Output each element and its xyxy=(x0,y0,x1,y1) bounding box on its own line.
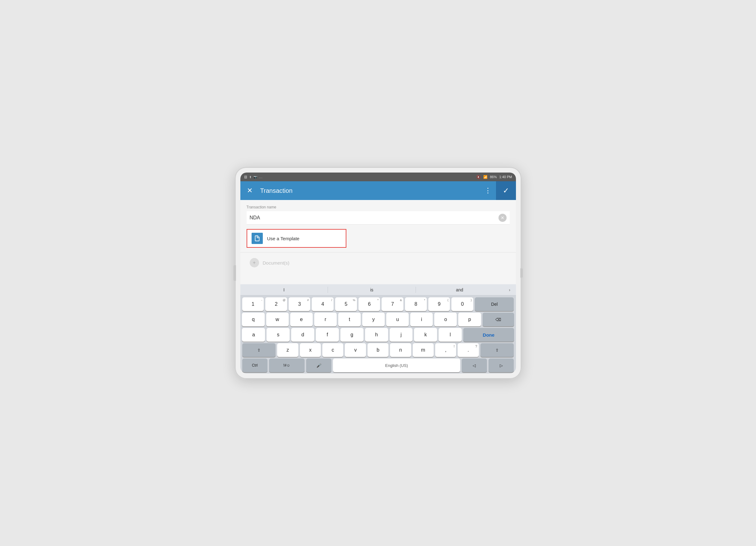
key-z[interactable]: z xyxy=(277,343,298,357)
key-y[interactable]: y xyxy=(362,313,385,326)
suggestion-I[interactable]: I xyxy=(240,288,328,292)
add-document-button[interactable]: + Document(s) xyxy=(247,255,510,270)
bottom-row: Ctrl !#☺ 🎤 English (US) ◁ ▷ xyxy=(242,359,514,372)
check-icon: ✓ xyxy=(503,186,509,195)
number-row: -1 @2 #3 /4 %5 ^6 &7 *8 (9 )0 Del xyxy=(242,297,514,311)
status-bar: 🖼 ⬆ 📷 ... 🔇 📶 86% 1:40 PM xyxy=(240,172,516,181)
shift-right-key[interactable]: ⇧ xyxy=(480,343,514,357)
more-status-icons: ... xyxy=(259,175,263,179)
key-6[interactable]: ^6 xyxy=(359,297,380,311)
key-p[interactable]: p xyxy=(458,313,481,326)
key-5[interactable]: %5 xyxy=(335,297,357,311)
key-x[interactable]: x xyxy=(300,343,321,357)
key-g[interactable]: g xyxy=(340,328,364,342)
key-7-sup: & xyxy=(400,299,402,302)
photo-icon: 🖼 xyxy=(244,175,247,179)
content-area: Transaction name ✕ Use a Template + Docu… xyxy=(240,200,516,284)
transaction-name-input[interactable] xyxy=(250,215,498,220)
key-s[interactable]: s xyxy=(267,328,290,342)
document-label: Document(s) xyxy=(263,260,290,265)
key-3[interactable]: #3 xyxy=(289,297,311,311)
ctrl-key[interactable]: Ctrl xyxy=(242,359,267,372)
key-1-sup: - xyxy=(261,299,262,302)
key-t[interactable]: t xyxy=(338,313,361,326)
done-key[interactable]: Done xyxy=(463,328,514,342)
key-f[interactable]: f xyxy=(316,328,339,342)
tablet-frame: 🖼 ⬆ 📷 ... 🔇 📶 86% 1:40 PM ✕ Transaction … xyxy=(235,167,522,379)
key-5-sup: % xyxy=(353,299,355,302)
key-q[interactable]: q xyxy=(242,313,264,326)
add-document-icon: + xyxy=(250,258,259,267)
symbols-key[interactable]: !#☺ xyxy=(269,359,305,372)
zxcv-row: ⇧ z x c v b n m !, ?. ⇧ xyxy=(242,343,514,357)
confirm-button[interactable]: ✓ xyxy=(496,181,516,200)
key-8-sup: * xyxy=(424,299,425,302)
status-bar-left: 🖼 ⬆ 📷 ... xyxy=(244,175,263,179)
key-e[interactable]: e xyxy=(290,313,313,326)
app-header: ✕ Transaction ⋮ ✓ xyxy=(240,181,516,200)
tablet-screen: 🖼 ⬆ 📷 ... 🔇 📶 86% 1:40 PM ✕ Transaction … xyxy=(240,172,516,374)
key-d[interactable]: d xyxy=(291,328,314,342)
key-comma[interactable]: !, xyxy=(435,343,456,357)
key-k[interactable]: k xyxy=(414,328,437,342)
shift-left-key[interactable]: ⇧ xyxy=(242,343,276,357)
mute-icon: 🔇 xyxy=(476,175,481,179)
key-9[interactable]: (9 xyxy=(428,297,450,311)
key-4-sup: / xyxy=(331,299,332,302)
right-arrow-key[interactable]: ▷ xyxy=(489,359,514,372)
key-l[interactable]: l xyxy=(439,328,462,342)
key-u[interactable]: u xyxy=(386,313,409,326)
clock: 1:40 PM xyxy=(499,175,512,179)
del-key[interactable]: Del xyxy=(475,297,514,311)
more-options-button[interactable]: ⋮ xyxy=(480,181,496,200)
suggestions-bar: I is and › xyxy=(240,284,516,296)
clear-input-button[interactable]: ✕ xyxy=(498,214,507,222)
key-o[interactable]: o xyxy=(434,313,457,326)
key-h[interactable]: h xyxy=(365,328,388,342)
key-3-sup: # xyxy=(307,299,309,302)
key-a[interactable]: a xyxy=(242,328,265,342)
key-j[interactable]: j xyxy=(390,328,413,342)
close-button[interactable]: ✕ xyxy=(240,181,259,200)
power-button xyxy=(520,268,523,278)
suggestions-expand-button[interactable]: › xyxy=(503,288,516,292)
template-svg-icon xyxy=(254,235,261,242)
space-key[interactable]: English (US) xyxy=(333,359,460,372)
transaction-name-field[interactable]: ✕ xyxy=(247,211,510,225)
key-0-sup: ) xyxy=(471,299,472,302)
keyboard: I is and › -1 @2 #3 /4 %5 ^6 &7 *8 xyxy=(240,284,516,374)
section-divider xyxy=(240,252,516,252)
upload-icon: ⬆ xyxy=(249,175,252,179)
key-2-sup: @ xyxy=(283,299,286,302)
key-w[interactable]: w xyxy=(266,313,289,326)
key-n[interactable]: n xyxy=(390,343,411,357)
key-period[interactable]: ?. xyxy=(458,343,479,357)
key-i[interactable]: i xyxy=(410,313,433,326)
key-7[interactable]: &7 xyxy=(382,297,403,311)
key-2[interactable]: @2 xyxy=(265,297,287,311)
backspace-key[interactable]: ⌫ xyxy=(483,313,514,326)
suggestion-and[interactable]: and xyxy=(416,288,503,292)
close-icon: ✕ xyxy=(247,186,253,195)
asdf-row: a s d f g h j k l Done xyxy=(242,328,514,342)
field-label: Transaction name xyxy=(247,205,510,209)
mic-key[interactable]: 🎤 xyxy=(306,359,331,372)
key-0[interactable]: )0 xyxy=(451,297,473,311)
key-c[interactable]: c xyxy=(322,343,343,357)
status-bar-right: 🔇 📶 86% 1:40 PM xyxy=(476,175,512,179)
key-r[interactable]: r xyxy=(314,313,337,326)
keyboard-rows: -1 @2 #3 /4 %5 ^6 &7 *8 (9 )0 Del q w e xyxy=(240,296,516,374)
key-b[interactable]: b xyxy=(368,343,388,357)
suggestion-is[interactable]: is xyxy=(328,288,416,292)
key-m[interactable]: m xyxy=(413,343,434,357)
key-v[interactable]: v xyxy=(345,343,366,357)
use-template-button[interactable]: Use a Template xyxy=(247,229,346,248)
key-4[interactable]: /4 xyxy=(312,297,334,311)
key-8[interactable]: *8 xyxy=(405,297,427,311)
key-6-sup: ^ xyxy=(377,299,378,302)
key-1[interactable]: -1 xyxy=(242,297,264,311)
left-arrow-key[interactable]: ◁ xyxy=(462,359,487,372)
volume-button xyxy=(234,265,236,281)
camera-icon: 📷 xyxy=(253,175,257,179)
template-label: Use a Template xyxy=(267,236,300,241)
